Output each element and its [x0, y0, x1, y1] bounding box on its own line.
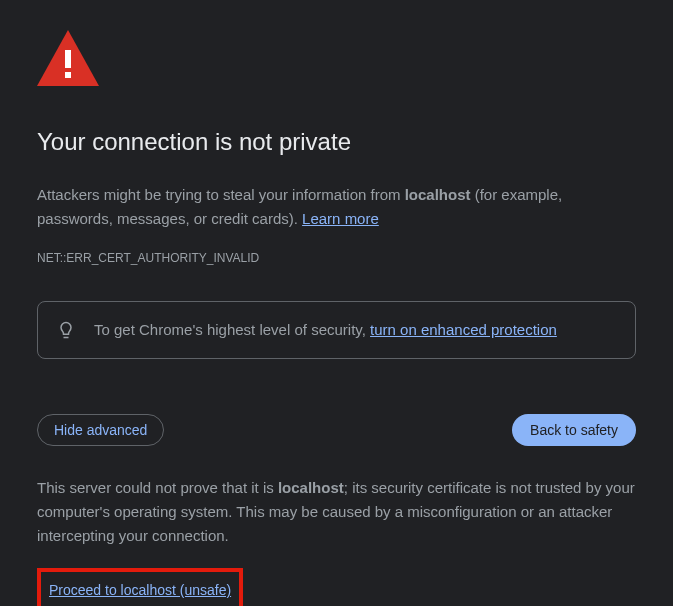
advanced-explanation: This server could not prove that it is l…	[37, 476, 636, 548]
svg-rect-1	[65, 50, 71, 68]
proceed-unsafe-link[interactable]: Proceed to localhost (unsafe)	[49, 582, 231, 598]
button-row: Hide advanced Back to safety	[37, 414, 636, 446]
lightbulb-icon	[56, 320, 76, 340]
security-banner-text: To get Chrome's highest level of securit…	[94, 318, 557, 342]
hostname: localhost	[405, 186, 471, 203]
security-banner: To get Chrome's highest level of securit…	[37, 301, 636, 359]
hide-advanced-button[interactable]: Hide advanced	[37, 414, 164, 446]
proceed-highlight-box: Proceed to localhost (unsafe)	[37, 568, 243, 606]
advanced-text-prefix: This server could not prove that it is	[37, 479, 278, 496]
page-title: Your connection is not private	[37, 123, 636, 161]
warning-description: Attackers might be trying to steal your …	[37, 183, 636, 231]
advanced-hostname: localhost	[278, 479, 344, 496]
description-text-prefix: Attackers might be trying to steal your …	[37, 186, 405, 203]
svg-rect-2	[65, 72, 71, 78]
back-to-safety-button[interactable]: Back to safety	[512, 414, 636, 446]
warning-triangle-icon	[37, 30, 636, 93]
security-text-prefix: To get Chrome's highest level of securit…	[94, 321, 370, 338]
learn-more-link[interactable]: Learn more	[302, 210, 379, 227]
error-code: NET::ERR_CERT_AUTHORITY_INVALID	[37, 249, 636, 268]
enhanced-protection-link[interactable]: turn on enhanced protection	[370, 321, 557, 338]
